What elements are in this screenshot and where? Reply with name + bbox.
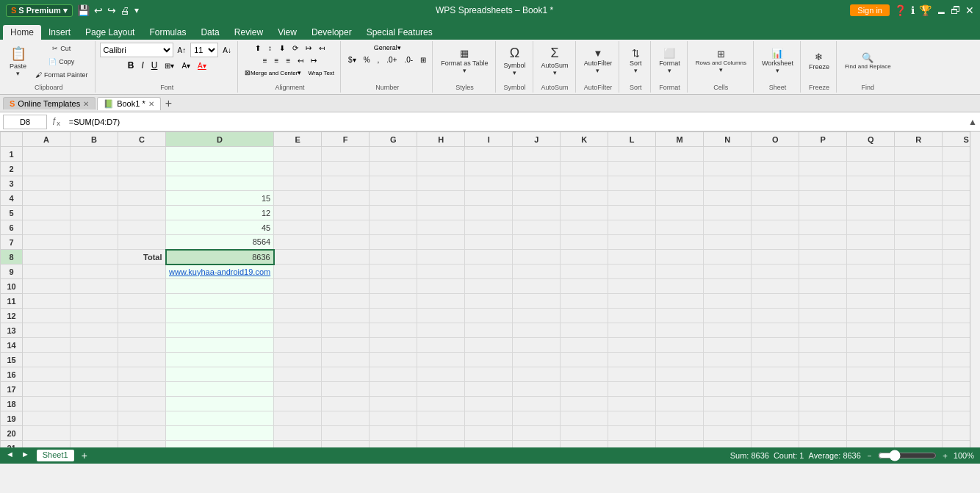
row-header-11[interactable]: 11 <box>1 294 23 309</box>
col-header-g[interactable]: G <box>370 132 417 147</box>
row-header-2[interactable]: 2 <box>1 162 23 176</box>
add-tab-button[interactable]: + <box>162 97 175 110</box>
quick-save-icon[interactable]: 💾 <box>77 4 90 16</box>
cell-K1[interactable] <box>561 147 608 162</box>
cell-G20[interactable] <box>370 426 417 441</box>
cell-P13[interactable] <box>799 323 847 338</box>
sign-in-button[interactable]: Sign in <box>850 4 890 16</box>
zoom-out-button[interactable]: － <box>865 450 873 461</box>
cell-I19[interactable] <box>465 411 513 426</box>
cell-A16[interactable] <box>23 367 71 382</box>
cell-Q8[interactable] <box>847 250 895 265</box>
app-badge[interactable]: S S Premium ▾ <box>6 4 73 17</box>
cell-D12[interactable] <box>166 309 274 323</box>
cell-A10[interactable] <box>23 279 71 294</box>
cell-F6[interactable] <box>322 220 370 235</box>
cell-P19[interactable] <box>799 411 847 426</box>
col-header-p[interactable]: P <box>799 132 847 147</box>
cell-K3[interactable] <box>561 176 608 191</box>
cell-C13[interactable] <box>118 323 166 338</box>
underline-button[interactable]: U <box>148 59 161 72</box>
cell-D17[interactable] <box>166 382 274 397</box>
cell-A5[interactable] <box>23 206 71 220</box>
align-bottom-button[interactable]: ⬇ <box>276 43 288 54</box>
cell-D18[interactable] <box>166 397 274 411</box>
row-header-12[interactable]: 12 <box>1 309 23 323</box>
cell-R21[interactable] <box>895 441 943 448</box>
cell-S11[interactable] <box>943 294 970 309</box>
cell-E4[interactable] <box>274 191 322 206</box>
cell-J14[interactable] <box>513 338 561 353</box>
cell-O8[interactable] <box>752 250 799 265</box>
cell-S21[interactable] <box>943 441 970 448</box>
cell-S14[interactable] <box>943 338 970 353</box>
cell-I9[interactable] <box>465 265 513 279</box>
cell-C21[interactable] <box>118 441 166 448</box>
quick-print-icon[interactable]: 🖨 <box>120 5 130 16</box>
cell-G8[interactable] <box>370 250 417 265</box>
cell-A6[interactable] <box>23 220 71 235</box>
sheet-tab-nav-prev[interactable]: ◄ <box>6 450 14 461</box>
cell-I3[interactable] <box>465 176 513 191</box>
cell-J2[interactable] <box>513 162 561 176</box>
cell-H13[interactable] <box>417 323 465 338</box>
cell-Q4[interactable] <box>847 191 895 206</box>
cell-G5[interactable] <box>370 206 417 220</box>
cell-D11[interactable] <box>166 294 274 309</box>
cell-reference-input[interactable]: D8 <box>3 115 47 129</box>
cell-P1[interactable] <box>799 147 847 162</box>
cell-M4[interactable] <box>656 191 704 206</box>
cell-N21[interactable] <box>704 441 752 448</box>
cell-Q12[interactable] <box>847 309 895 323</box>
cell-K10[interactable] <box>561 279 608 294</box>
help-icon[interactable]: ❓ <box>894 4 907 16</box>
merge-center-button[interactable]: ⊠ Merge and Center▾ <box>242 68 303 78</box>
col-header-c[interactable]: C <box>118 132 166 147</box>
cell-P4[interactable] <box>799 191 847 206</box>
cell-I17[interactable] <box>465 382 513 397</box>
cell-O7[interactable] <box>752 235 799 250</box>
cell-I8[interactable] <box>465 250 513 265</box>
cell-A2[interactable] <box>23 162 71 176</box>
cell-I21[interactable] <box>465 441 513 448</box>
cell-C16[interactable] <box>118 367 166 382</box>
cell-D21[interactable] <box>166 441 274 448</box>
cell-I4[interactable] <box>465 191 513 206</box>
cell-D1[interactable] <box>166 147 274 162</box>
cell-C11[interactable] <box>118 294 166 309</box>
quick-undo-icon[interactable]: ↩ <box>94 4 103 16</box>
font-color-button[interactable]: A▾ <box>195 60 209 71</box>
cell-N12[interactable] <box>704 309 752 323</box>
col-header-n[interactable]: N <box>704 132 752 147</box>
info-icon[interactable]: ℹ <box>911 4 915 16</box>
cell-G19[interactable] <box>370 411 417 426</box>
align-center-button[interactable]: ≡ <box>272 55 282 66</box>
cell-F15[interactable] <box>322 353 370 367</box>
row-header-3[interactable]: 3 <box>1 176 23 191</box>
cell-H14[interactable] <box>417 338 465 353</box>
cell-K14[interactable] <box>561 338 608 353</box>
cell-C7[interactable] <box>118 235 166 250</box>
cell-M10[interactable] <box>656 279 704 294</box>
cell-P14[interactable] <box>799 338 847 353</box>
cell-A8[interactable] <box>23 250 71 265</box>
cell-H8[interactable] <box>417 250 465 265</box>
cell-F7[interactable] <box>322 235 370 250</box>
cell-E6[interactable] <box>274 220 322 235</box>
col-header-b[interactable]: B <box>71 132 118 147</box>
cell-D2[interactable] <box>166 162 274 176</box>
align-right-button[interactable]: ≡ <box>283 55 293 66</box>
cell-K2[interactable] <box>561 162 608 176</box>
cell-E3[interactable] <box>274 176 322 191</box>
cell-Q14[interactable] <box>847 338 895 353</box>
tab-data[interactable]: Data <box>193 25 226 40</box>
cell-S6[interactable] <box>943 220 970 235</box>
cell-M19[interactable] <box>656 411 704 426</box>
cell-S18[interactable] <box>943 397 970 411</box>
cell-link[interactable]: www.kuyhaa-android19.com <box>169 267 270 276</box>
col-header-r[interactable]: R <box>895 132 943 147</box>
cell-R14[interactable] <box>895 338 943 353</box>
cell-K21[interactable] <box>561 441 608 448</box>
wrap-text-button[interactable]: Wrap Text <box>305 68 337 78</box>
cell-C5[interactable] <box>118 206 166 220</box>
